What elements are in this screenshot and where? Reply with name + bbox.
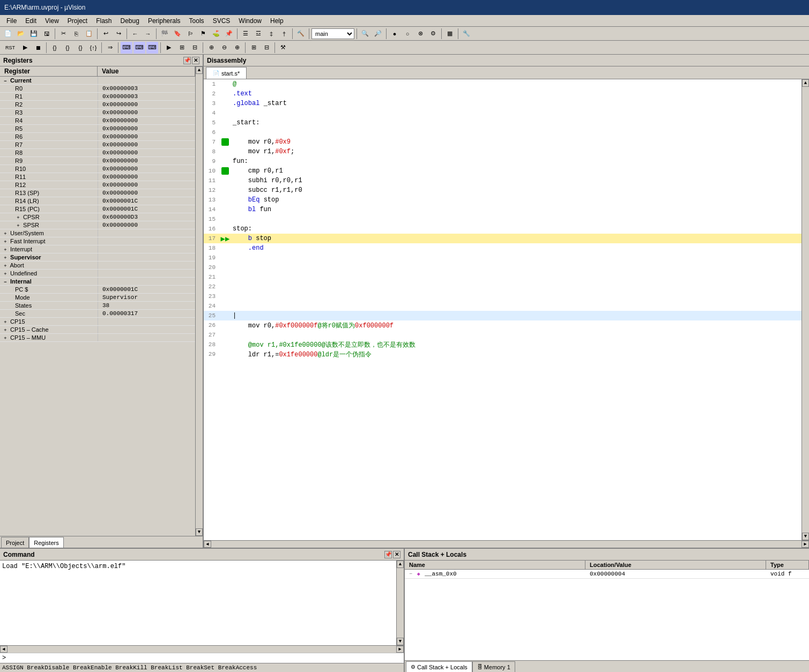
tab-callstack[interactable]: ⚙ Call Stack + Locals — [406, 661, 472, 672]
bookmark1-button[interactable]: 🏁 — [159, 28, 170, 40]
brace2-button[interactable]: {} — [62, 42, 73, 54]
tools-button[interactable]: 🔧 — [461, 28, 472, 40]
code-scroll-left[interactable]: ◄ — [204, 541, 211, 548]
menu-file[interactable]: File — [2, 16, 21, 26]
registers-pin-icon[interactable]: 📌 — [183, 57, 191, 64]
rst-button[interactable]: RST — [2, 42, 18, 54]
breakpoint-dot-7[interactable] — [221, 138, 229, 146]
debug-stop-button[interactable]: ⏹ — [32, 42, 44, 54]
reg-row-r7[interactable]: R7 0x00000000 — [0, 141, 195, 149]
step-cursor-button[interactable]: ⌨ — [146, 42, 158, 54]
reg-row-r5[interactable]: R5 0x00000000 — [0, 125, 195, 133]
redo-button[interactable]: ↪ — [113, 28, 124, 40]
menu-project[interactable]: Project — [63, 16, 92, 26]
reg-scroll-up[interactable]: ▲ — [196, 66, 203, 74]
code-hscrollbar[interactable]: ◄ ► — [204, 540, 809, 548]
new-file-button[interactable]: 📄 — [2, 28, 14, 40]
reg-row-irq[interactable]: + Interrupt — [0, 245, 195, 253]
menu-peripherals[interactable]: Peripherals — [144, 16, 185, 26]
open-file-button[interactable]: 📂 — [15, 28, 27, 40]
window-button[interactable]: ⊞ — [176, 42, 188, 54]
run2-button[interactable]: ▶ — [163, 42, 175, 54]
command-close-icon[interactable]: ✕ — [393, 551, 400, 558]
bookmark3-button[interactable]: 🏳 — [184, 28, 196, 40]
breakpoint-dot-10[interactable] — [221, 167, 229, 175]
menu-view[interactable]: View — [41, 16, 63, 26]
target-combo[interactable]: main — [311, 28, 354, 39]
command-input[interactable] — [8, 654, 402, 662]
code-scroll-right[interactable]: ► — [801, 541, 809, 548]
menu-svcs[interactable]: SVCS — [209, 16, 235, 26]
search1-button[interactable]: 🔍 — [359, 28, 371, 40]
brace3-button[interactable]: {} — [75, 42, 86, 54]
reg-row-cp15mmu[interactable]: + CP15 – MMU — [0, 334, 195, 342]
copy-button[interactable]: ⎘ — [70, 28, 82, 40]
menu-tools[interactable]: Tools — [185, 16, 209, 26]
bookmark6-button[interactable]: 📌 — [223, 28, 235, 40]
view-button[interactable]: ▦ — [444, 28, 456, 40]
reg-row-current[interactable]: − Current — [0, 77, 195, 85]
reg-row-r0[interactable]: R0 0x00000003 — [0, 85, 195, 93]
step-into-button[interactable]: ⌨ — [121, 42, 132, 54]
code-line-25[interactable]: 25 | — [204, 311, 801, 320]
cut-button[interactable]: ✂ — [57, 28, 69, 40]
code-scrollbar[interactable]: ▲ ▼ — [801, 79, 809, 540]
reg-row-r9[interactable]: R9 0x00000000 — [0, 157, 195, 165]
reg-row-r4[interactable]: R4 0x00000000 — [0, 117, 195, 125]
step-over-button[interactable]: ⇒ — [104, 42, 116, 54]
registers-scrollbar[interactable]: ▲ ▼ — [195, 66, 203, 536]
reg-scroll-down[interactable]: ▼ — [196, 528, 203, 536]
layout2-button[interactable]: ⊟ — [261, 42, 272, 54]
registers-close-icon[interactable]: ✕ — [192, 57, 199, 64]
tab-memory1[interactable]: 🗄 Memory 1 — [472, 661, 515, 672]
reg-row-sec[interactable]: Sec 0.00000317 — [0, 310, 195, 318]
reg-row-r3[interactable]: R3 0x00000000 — [0, 109, 195, 117]
reg-row-cp15[interactable]: + CP15 — [0, 318, 195, 326]
memory-button[interactable]: ⊟ — [189, 42, 201, 54]
reg-row-r12[interactable]: R12 0x00000000 — [0, 181, 195, 189]
zoom-in-button[interactable]: ⊕ — [231, 42, 243, 54]
layout-button[interactable]: ⊞ — [248, 42, 259, 54]
bookmark4-button[interactable]: ⚑ — [197, 28, 209, 40]
reg-row-r2[interactable]: R2 0x00000000 — [0, 101, 195, 109]
reg-row-fiq[interactable]: + Fast Interrupt — [0, 237, 195, 245]
uncomment-button[interactable]: † — [278, 28, 290, 40]
cmd-vscrollbar[interactable]: ▲ ▼ — [396, 561, 404, 645]
run-button[interactable]: ● — [389, 28, 400, 40]
reg-row-mode[interactable]: Mode Supervisor — [0, 294, 195, 302]
config-button[interactable]: ⚙ — [427, 28, 439, 40]
reg-row-internal[interactable]: − Internal — [0, 278, 195, 286]
indent-button[interactable]: ☰ — [240, 28, 251, 40]
tab-start-s[interactable]: 📄 start.s* — [206, 67, 247, 79]
reg-row-supervisor[interactable]: + Supervisor — [0, 253, 195, 262]
reg-row-r6[interactable]: R6 0x00000000 — [0, 133, 195, 141]
outdent-button[interactable]: ☲ — [253, 28, 264, 40]
code-scroll-up[interactable]: ▲ — [802, 79, 809, 87]
bookmark2-button[interactable]: 🔖 — [172, 28, 183, 40]
reg-row-r11[interactable]: R11 0x00000000 — [0, 173, 195, 181]
menu-flash[interactable]: Flash — [92, 16, 116, 26]
comment-button[interactable]: ‡ — [265, 28, 277, 40]
view3-button[interactable]: ⊖ — [218, 42, 230, 54]
reg-row-states[interactable]: States 38 — [0, 302, 195, 310]
brace1-button[interactable]: {} — [49, 42, 61, 54]
reg-row-cpsr[interactable]: + CPSR 0x600000D3 — [0, 213, 195, 221]
undo-button[interactable]: ↩ — [100, 28, 112, 40]
command-pin-icon[interactable]: 📌 — [384, 551, 392, 558]
cmd-hscrollbar[interactable]: ◄ ► — [0, 645, 404, 653]
menu-debug[interactable]: Debug — [116, 16, 144, 26]
paste-button[interactable]: 📋 — [83, 28, 95, 40]
reg-row-r8[interactable]: R8 0x00000000 — [0, 149, 195, 157]
forward-button[interactable]: → — [142, 28, 154, 40]
code-scroll-down[interactable]: ▼ — [802, 533, 809, 540]
reset-button[interactable]: ⊗ — [414, 28, 426, 40]
view2-button[interactable]: ⊕ — [205, 42, 217, 54]
brace4-button[interactable]: {↑} — [87, 42, 99, 54]
reg-row-pcdollar[interactable]: PC $ 0x0000001C — [0, 286, 195, 294]
debug1-button[interactable]: ▶ — [19, 42, 31, 54]
callstack-row-0[interactable]: − ◆ __asm_0x0 0x00000004 void f — [405, 570, 809, 579]
code-area[interactable]: 1 @ 2 .text 3 .global _start — [204, 79, 801, 540]
reg-row-cp15cache[interactable]: + CP15 – Cache — [0, 326, 195, 334]
reg-row-usersys[interactable]: + User/System — [0, 229, 195, 237]
menu-edit[interactable]: Edit — [21, 16, 41, 26]
